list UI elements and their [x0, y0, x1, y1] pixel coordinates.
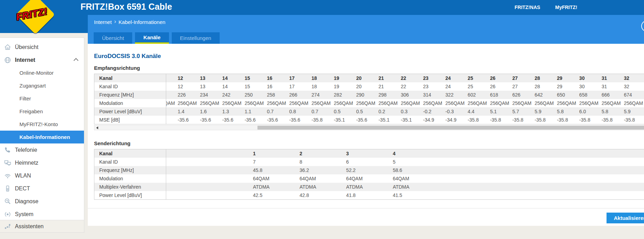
table-cell: 674	[624, 91, 644, 99]
scrollable-values: ATDMAATDMAATDMAATDMA	[166, 183, 644, 191]
breadcrumb-band: Internet › Kabel-Informationen Übersicht…	[88, 15, 644, 44]
myfritz-link[interactable]: MyFRITZ!	[555, 0, 577, 15]
table-cell: 256QAM	[289, 99, 311, 107]
table-cell: 256QAM	[222, 99, 245, 107]
wizard-icon	[3, 222, 12, 231]
tab-einstellungen[interactable]: Einstellungen	[172, 32, 220, 44]
table-cell: 0.7	[312, 107, 334, 116]
table-cell: 12	[178, 82, 200, 91]
table-cell: -35.8	[490, 116, 512, 124]
column-header: 4	[393, 149, 439, 158]
tab-kan-le[interactable]: Kanäle	[135, 32, 169, 44]
table-cell: -35.8	[312, 116, 334, 124]
row-label: Kanal ID	[94, 158, 166, 166]
breadcrumb-page: Kabel-Informationen	[119, 19, 166, 25]
table-cell: 256QAM	[312, 99, 334, 107]
sidebar-item-internet[interactable]: Internet	[0, 53, 84, 66]
table-cell: 64QAM	[346, 174, 393, 183]
table-cell: -35.8	[624, 116, 644, 124]
scrollable-values: 2262342422502582662742822902983063143226…	[166, 91, 644, 99]
table-cell: 17	[289, 82, 311, 91]
scroll-left-arrow-icon[interactable]	[96, 126, 98, 129]
sidebar-item-label: Diagnose	[15, 198, 39, 205]
table-cell: 41.5	[393, 191, 439, 199]
table-cell: 64QAM	[393, 174, 439, 183]
column-header: 14	[222, 74, 245, 82]
table-cell: 6	[346, 158, 393, 166]
table-cell: -35.6	[200, 116, 222, 124]
column-header: 26	[490, 74, 512, 82]
table-cell: ATDMA	[346, 183, 393, 191]
table-row: Kanal ID12131415161718192021222324252627…	[94, 82, 644, 91]
content-card: EuroDOCSIS 3.0 Kanäle Empfangsrichtung K…	[88, 44, 644, 226]
scrollbar-thumb[interactable]	[257, 126, 644, 130]
table-cell: 256QAM	[401, 99, 423, 107]
sidebar-item-system[interactable]: System	[0, 208, 84, 221]
aktualisieren-button[interactable]: Aktualisieren	[607, 213, 644, 223]
table-row: Modulation64QAM64QAM64QAM64QAM	[94, 174, 644, 183]
sidebar-item-kabel-informationen[interactable]: Kabel-Informationen	[0, 131, 84, 143]
globe-icon	[3, 56, 12, 64]
table-cell: ATDMA	[253, 183, 299, 191]
sidebar-item-online-monitor[interactable]: Online-Monitor	[0, 66, 84, 79]
table-cell: 626	[512, 91, 534, 99]
table-cell: 24	[446, 82, 468, 91]
sidebar-item-freigaben[interactable]: Freigaben	[0, 105, 84, 118]
table-cell: 282	[334, 91, 356, 99]
table-cell: 22	[401, 82, 423, 91]
column-header-label: Kanal	[94, 149, 166, 158]
table-cell: 256QAM	[446, 99, 468, 107]
table-cell: 41.8	[346, 191, 393, 199]
sidebar-item-wlan[interactable]: WLAN	[0, 169, 84, 182]
column-header: 29	[557, 74, 579, 82]
sidebar-item-zugangsart[interactable]: Zugangsart	[0, 79, 84, 92]
table-cell: 1.1	[245, 107, 267, 116]
table-cell: 256QAM	[624, 99, 644, 107]
breadcrumb-section[interactable]: Internet	[94, 19, 112, 25]
table-cell: 1.3	[222, 107, 245, 116]
fritznas-link[interactable]: FRITZ!NAS	[515, 0, 540, 15]
table-cell: 7	[253, 158, 299, 166]
column-header: 17	[289, 74, 311, 82]
scrollable-values: 256QAM256QAM256QAM256QAM256QAM256QAM256Q…	[166, 99, 644, 107]
sidebar-item-filter[interactable]: Filter	[0, 92, 84, 105]
column-header: 13	[200, 74, 222, 82]
table-cell: -34.9	[446, 116, 468, 124]
sidebar-item-label: Internet	[15, 57, 35, 63]
sidebar-item-myfritz-konto[interactable]: MyFRITZ!-Konto	[0, 118, 84, 131]
monitors-icon	[3, 159, 12, 167]
sidebar-item-diagnose[interactable]: Diagnose	[0, 195, 84, 208]
sidebar-item-telefonie[interactable]: Telefonie	[0, 143, 84, 156]
sidebar-item-assistenten[interactable]: Assistenten	[0, 220, 84, 232]
help-icon[interactable]	[641, 20, 644, 32]
table-cell: -35.1	[401, 116, 423, 124]
sidebar-item-bersicht[interactable]: Übersicht	[0, 41, 84, 53]
table-cell: -35.6	[245, 116, 267, 124]
fritz-logo[interactable]: FRITZ!	[0, 0, 88, 33]
table-cell: 19	[334, 82, 356, 91]
horizontal-scrollbar[interactable]	[94, 125, 644, 130]
senderichtung-table: Kanal1234Kanal ID7865Frequenz [MHz]45.83…	[94, 149, 644, 200]
column-header: 12	[178, 74, 200, 82]
table-row: Modulation256QAM256QAM256QAM256QAM256QAM…	[94, 99, 644, 107]
tab-bersicht[interactable]: Übersicht	[94, 32, 132, 44]
table-cell: 28	[535, 82, 557, 91]
table-row: Power Level [dBuV]1.41.61.31.10.70.80.70…	[94, 107, 644, 116]
table-cell: 15	[245, 82, 267, 91]
handset-icon	[3, 184, 12, 193]
table-cell: 650	[557, 91, 579, 99]
sidebar-item-heimnetz[interactable]: Heimnetz	[0, 156, 84, 169]
row-label: Frequenz [MHz]	[94, 91, 166, 99]
row-label: Power Level [dBuV]	[94, 107, 166, 116]
sidebar-item-label: Heimnetz	[15, 160, 39, 166]
fritzbox-admin-ui: FRITZ!NAS MyFRITZ! FRITZ! FRITZ!Box 6591…	[0, 0, 644, 239]
table-row: Multiplex-VerfahrenATDMAATDMAATDMAATDMA	[94, 183, 644, 191]
breadcrumb: Internet › Kabel-Informationen	[94, 18, 166, 25]
table-cell: 256QAM	[178, 99, 200, 107]
sidebar-nav: ÜbersichtInternetOnline-MonitorZugangsar…	[0, 38, 84, 233]
sidebar-item-dect[interactable]: DECT	[0, 182, 84, 195]
page-title: FRITZ!Box 6591 Cable	[80, 2, 172, 12]
table-cell: 0.8	[289, 107, 311, 116]
table-cell: 256QAM	[535, 99, 557, 107]
scrollable-values: 64QAM64QAM64QAM64QAM	[166, 174, 644, 183]
